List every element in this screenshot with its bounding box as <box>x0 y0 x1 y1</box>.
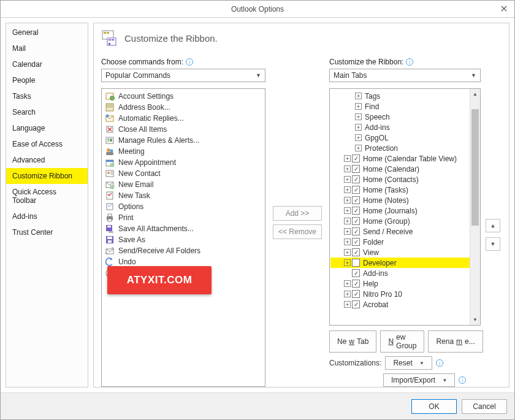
info-icon[interactable]: i <box>186 58 193 66</box>
commands-listbox[interactable]: Account SettingsAddress Book...Automatic… <box>101 88 265 387</box>
expand-toggle[interactable]: + <box>344 228 351 235</box>
scroll-thumb[interactable] <box>471 109 479 226</box>
info-icon[interactable]: i <box>406 58 413 66</box>
command-item[interactable]: New Email <box>102 179 264 190</box>
command-item[interactable]: Account Settings <box>102 91 264 102</box>
scroll-track[interactable] <box>470 99 480 315</box>
tree-checkbox[interactable] <box>352 280 360 288</box>
expand-toggle[interactable]: + <box>344 197 351 204</box>
expand-toggle[interactable]: + <box>344 259 351 266</box>
tree-item[interactable]: +Protection <box>330 143 470 153</box>
sidebar-item-mail[interactable]: Mail <box>6 40 88 56</box>
tree-item[interactable]: +Developer <box>330 258 470 268</box>
scroll-up-button[interactable]: ▲ <box>470 89 480 99</box>
tree-checkbox[interactable] <box>352 207 360 215</box>
tree-item[interactable]: +Speech <box>330 112 470 122</box>
close-button[interactable] <box>498 3 509 14</box>
reset-dropdown-button[interactable]: Reset ▼ <box>385 356 432 370</box>
expand-toggle[interactable]: + <box>355 93 362 99</box>
expand-toggle[interactable]: + <box>344 301 351 308</box>
tree-item[interactable]: +Home (Contacts) <box>330 174 470 185</box>
tree-checkbox[interactable] <box>352 227 360 235</box>
tree-item[interactable]: Add-ins <box>330 268 470 278</box>
scroll-down-button[interactable]: ▼ <box>470 315 480 325</box>
sidebar-item-tasks[interactable]: Tasks <box>6 88 88 104</box>
expand-toggle[interactable]: + <box>355 145 362 151</box>
command-item[interactable]: Address Book... <box>102 102 264 113</box>
move-down-button[interactable]: ▼ <box>486 237 500 251</box>
expand-toggle[interactable]: + <box>344 186 351 193</box>
sidebar-item-quick-access-toolbar[interactable]: Quick Access Toolbar <box>6 184 88 208</box>
tree-checkbox[interactable] <box>352 248 360 256</box>
ok-button[interactable]: OK <box>411 399 457 414</box>
new-group-button[interactable]: New Group <box>380 330 424 353</box>
tree-item[interactable]: +Tags <box>330 91 470 101</box>
expand-toggle[interactable]: + <box>355 113 362 120</box>
command-item[interactable]: Save As <box>102 234 264 245</box>
vertical-scrollbar[interactable]: ▲ ▼ <box>470 89 480 325</box>
expand-toggle[interactable]: + <box>344 207 351 214</box>
tree-checkbox[interactable] <box>352 300 360 308</box>
tree-item[interactable]: +Help <box>330 278 470 289</box>
sidebar-item-trust-center[interactable]: Trust Center <box>6 224 88 240</box>
tree-checkbox[interactable] <box>352 186 360 194</box>
sidebar-item-search[interactable]: Search <box>6 104 88 120</box>
sidebar-item-calendar[interactable]: Calendar <box>6 56 88 72</box>
expand-toggle[interactable]: + <box>344 166 351 172</box>
sidebar-item-general[interactable]: General <box>6 25 88 40</box>
sidebar-item-advanced[interactable]: Advanced <box>6 152 88 168</box>
tree-checkbox[interactable] <box>352 259 360 267</box>
tree-item[interactable]: +Home (Calendar) <box>330 164 470 174</box>
tree-checkbox[interactable] <box>352 155 360 162</box>
expand-toggle[interactable]: + <box>355 134 362 141</box>
tree-checkbox[interactable] <box>352 290 360 298</box>
command-item[interactable]: Options <box>102 201 264 212</box>
info-icon[interactable]: i <box>436 359 443 367</box>
cancel-button[interactable]: Cancel <box>462 399 507 414</box>
tree-checkbox[interactable] <box>352 175 360 183</box>
tree-item[interactable]: +Nitro Pro 10 <box>330 289 470 299</box>
choose-commands-dropdown[interactable]: Popular Commands ▼ <box>101 69 265 82</box>
rename-button[interactable]: Rename... <box>428 330 483 353</box>
tree-checkbox[interactable] <box>352 165 360 173</box>
expand-toggle[interactable]: + <box>344 239 351 245</box>
expand-toggle[interactable]: + <box>344 218 351 224</box>
move-up-button[interactable]: ▲ <box>486 219 500 232</box>
sidebar-item-add-ins[interactable]: Add-ins <box>6 208 88 224</box>
command-item[interactable]: Automatic Replies... <box>102 113 264 124</box>
expand-toggle[interactable]: + <box>344 291 351 297</box>
import-export-dropdown-button[interactable]: Import/Export ▼ <box>383 373 455 387</box>
expand-toggle[interactable]: + <box>355 124 362 131</box>
command-item[interactable]: Send/Receive All Folders <box>102 245 264 256</box>
command-item[interactable]: New Appointment <box>102 157 264 168</box>
sidebar-item-ease-of-access[interactable]: Ease of Access <box>6 136 88 152</box>
sidebar-item-language[interactable]: Language <box>6 120 88 136</box>
tree-item[interactable]: +View <box>330 247 470 258</box>
new-tab-button[interactable]: New Tab <box>329 330 376 353</box>
expand-toggle[interactable]: + <box>344 280 351 287</box>
customize-ribbon-dropdown[interactable]: Main Tabs ▼ <box>329 69 481 82</box>
command-item[interactable]: New Contact <box>102 168 264 179</box>
expand-toggle[interactable]: + <box>344 249 351 256</box>
command-item[interactable]: Save All Attachments... <box>102 223 264 234</box>
expand-toggle[interactable]: + <box>355 103 362 110</box>
command-item[interactable]: Close All Items <box>102 124 264 135</box>
command-item[interactable]: Manage Rules & Alerts... <box>102 135 264 146</box>
tree-checkbox[interactable] <box>352 269 360 277</box>
expand-toggle[interactable]: + <box>344 176 351 183</box>
command-item[interactable]: Print <box>102 212 264 223</box>
ribbon-tree[interactable]: +Tags+Find+Speech+Add-ins+GpgOL+Protecti… <box>329 88 481 326</box>
tree-checkbox[interactable] <box>352 238 360 246</box>
remove-button[interactable]: << Remove <box>273 224 322 239</box>
tree-item[interactable]: +Home (Calendar Table View) <box>330 153 470 164</box>
tree-item[interactable]: +GpgOL <box>330 132 470 143</box>
info-icon[interactable]: i <box>459 376 466 384</box>
tree-checkbox[interactable] <box>352 196 360 204</box>
command-item[interactable]: New Task <box>102 190 264 201</box>
sidebar-item-customize-ribbon[interactable]: Customize Ribbon <box>6 168 88 184</box>
expand-toggle[interactable]: + <box>344 155 351 162</box>
sidebar-item-people[interactable]: People <box>6 72 88 88</box>
tree-checkbox[interactable] <box>352 217 360 225</box>
tree-item[interactable]: +Home (Notes) <box>330 195 470 205</box>
tree-item[interactable]: +Folder <box>330 237 470 247</box>
